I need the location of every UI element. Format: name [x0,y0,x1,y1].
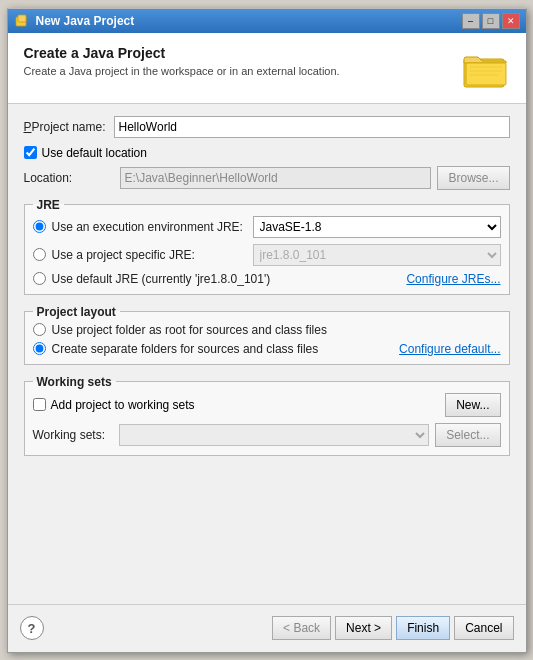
location-row: Location: Browse... [24,166,510,190]
layout-option1-label: Use project folder as root for sources a… [52,323,327,337]
jre-env-select[interactable]: JavaSE-1.8 [253,216,501,238]
layout-option1-row: Use project folder as root for sources a… [33,323,501,337]
project-name-input[interactable] [114,116,510,138]
layout-project-root-radio[interactable] [33,323,46,336]
working-sets-label: Working sets [33,375,116,389]
working-sets-field-row: Working sets: Select... [33,423,501,447]
working-sets-content: Add project to working sets New... Worki… [33,389,501,447]
select-working-set-button: Select... [435,423,500,447]
working-sets-field-label: Working sets: [33,428,113,442]
dialog-subtitle: Create a Java project in the workspace o… [24,65,452,77]
layout-option2-label: Create separate folders for sources and … [52,342,319,356]
jre-option2-label: Use a project specific JRE: [52,248,247,262]
cancel-button[interactable]: Cancel [454,616,513,640]
location-label: Location: [24,171,114,185]
dialog-header: Create a Java Project Create a Java proj… [8,33,526,104]
help-button[interactable]: ? [20,616,44,640]
jre-specific-radio[interactable] [33,248,46,261]
jre-default-radio[interactable] [33,272,46,285]
add-working-sets-label: Add project to working sets [51,398,195,412]
new-working-set-button[interactable]: New... [445,393,500,417]
layout-content: Use project folder as root for sources a… [33,319,501,356]
main-window: New Java Project – □ ✕ Create a Java Pro… [7,8,527,653]
add-working-sets-checkbox[interactable] [33,398,46,411]
footer-buttons: < Back Next > Finish Cancel [272,616,513,640]
jre-section-label: JRE [33,198,64,212]
svg-rect-1 [18,15,26,22]
window-title: New Java Project [36,14,456,28]
jre-option1-label: Use an execution environment JRE: [52,220,247,234]
browse-button[interactable]: Browse... [437,166,509,190]
project-layout-section: Project layout Use project folder as roo… [24,305,510,365]
jre-option1-row: Use an execution environment JRE: JavaSE… [33,216,501,238]
working-sets-select [119,424,430,446]
jre-option3-label: Use default JRE (currently 'jre1.8.0_101… [52,272,271,286]
dialog-title: Create a Java Project [24,45,452,61]
jre-env-radio[interactable] [33,220,46,233]
next-button[interactable]: Next > [335,616,392,640]
maximize-button[interactable]: □ [482,13,500,29]
jre-section: JRE Use an execution environment JRE: Ja… [24,198,510,295]
folder-illustration-icon [462,45,510,93]
jre-option2-row: Use a project specific JRE: jre1.8.0_101 [33,244,501,266]
add-working-sets-row: Add project to working sets New... [33,393,501,417]
project-name-row: PProject name: [24,116,510,138]
working-sets-section: Working sets Add project to working sets… [24,375,510,456]
jre-specific-select: jre1.8.0_101 [253,244,501,266]
location-input [120,167,432,189]
finish-button[interactable]: Finish [396,616,450,640]
use-default-location-label: Use default location [42,146,147,160]
close-button[interactable]: ✕ [502,13,520,29]
use-default-location-checkbox[interactable] [24,146,37,159]
jre-content: Use an execution environment JRE: JavaSE… [33,212,501,286]
project-layout-label: Project layout [33,305,120,319]
window-controls: – □ ✕ [462,13,520,29]
form-body: PProject name: Use default location Loca… [8,104,526,604]
back-button[interactable]: < Back [272,616,331,640]
configure-default-link[interactable]: Configure default... [399,342,500,356]
layout-option2-row: Create separate folders for sources and … [33,342,501,356]
dialog-footer: ? < Back Next > Finish Cancel [8,604,526,652]
jre-option3-row: Use default JRE (currently 'jre1.8.0_101… [33,272,501,286]
layout-separate-folders-radio[interactable] [33,342,46,355]
minimize-button[interactable]: – [462,13,480,29]
dialog-content: Create a Java Project Create a Java proj… [8,33,526,652]
project-name-label: PProject name: [24,120,114,134]
svg-rect-3 [466,63,506,85]
header-text: Create a Java Project Create a Java proj… [24,45,452,77]
window-icon [14,13,30,29]
title-bar: New Java Project – □ ✕ [8,9,526,33]
default-location-row: Use default location [24,146,510,160]
configure-jres-link[interactable]: Configure JREs... [406,272,500,286]
